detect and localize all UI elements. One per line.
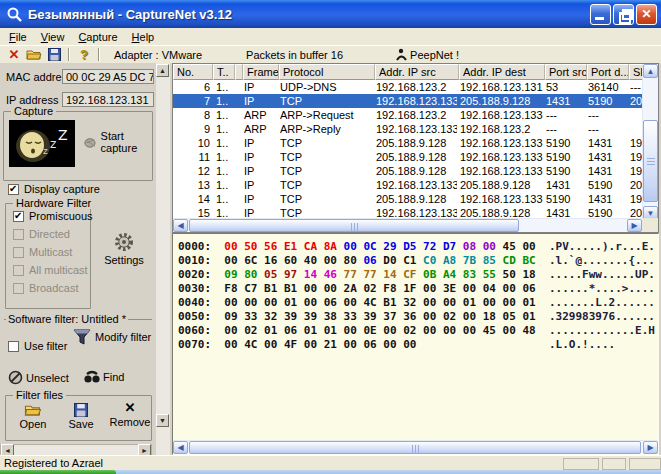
open-capture-button[interactable] (25, 47, 43, 62)
vscroll-thumb[interactable] (643, 120, 658, 202)
scroll-left-icon[interactable]: ◀ (173, 219, 188, 232)
status-pane (629, 458, 661, 470)
packet-row-6[interactable]: 61..IPUDP->DNS192.168.123.2192.168.123.1… (173, 80, 642, 94)
about-button[interactable]: ? (75, 47, 93, 62)
scroll-down-icon[interactable]: ▼ (156, 414, 169, 427)
hex-byte: 02 (363, 282, 376, 295)
save-label: Save (68, 418, 93, 430)
filter-save-button[interactable]: Save (64, 403, 98, 430)
peepnet-button[interactable]: PeepNet ! (395, 48, 459, 61)
hex-byte: 2A (344, 282, 357, 295)
packet-row-12[interactable]: 121..IPTCP205.188.9.128192.168.123.13351… (173, 164, 642, 178)
packet-row-8[interactable]: 81..ARPARP->Request192.168.123.2192.168.… (173, 108, 642, 122)
column-header-t-[interactable]: T.. (213, 64, 235, 80)
start-capture-button[interactable]: Start capture (84, 130, 154, 154)
restore-button[interactable] (613, 4, 634, 25)
cell-frame: IP (241, 150, 277, 164)
cell-seq: 195 (627, 136, 642, 150)
hex-byte: 00 (403, 338, 416, 351)
modify-filter-button[interactable]: Modify filter (72, 327, 152, 347)
hex-byte: 00 (304, 282, 317, 295)
hex-byte: 77 (363, 268, 376, 281)
packet-row-13[interactable]: 131..IPTCP192.168.123.133205.188.9.12814… (173, 178, 642, 192)
menu-bar: FileViewCaptureHelp (0, 28, 661, 46)
cell-seq (627, 108, 642, 122)
menu-view[interactable]: View (34, 29, 72, 45)
status-bar: Registered to Azrael (0, 455, 661, 470)
hex-byte: B1 (383, 296, 396, 309)
find-button[interactable]: Find (84, 370, 124, 384)
hex-offset: 0040: (178, 296, 224, 309)
menu-capture[interactable]: Capture (71, 29, 124, 45)
cell-frame: IP (241, 178, 277, 192)
cell-seq: 200 (627, 94, 642, 108)
hw-filter-promiscuous[interactable]: Promiscuous (13, 210, 90, 222)
scroll-right-icon[interactable]: ▶ (643, 441, 658, 454)
settings-button[interactable]: Settings (100, 231, 148, 266)
remove-label: Remove (110, 416, 151, 428)
cell-psrc: 5190 (543, 136, 585, 150)
hex-byte: 01 (522, 310, 535, 323)
packet-row-14[interactable]: 141..IPTCP205.188.9.128192.168.123.13351… (173, 192, 642, 206)
packet-row-10[interactable]: 101..IPTCP205.188.9.128192.168.123.13351… (173, 136, 642, 150)
filter-open-button[interactable]: Open (16, 403, 50, 430)
column-header-port-src[interactable]: Port src (545, 64, 587, 80)
toolbar-separator (98, 48, 100, 61)
hex-byte: 00 (224, 240, 237, 253)
column-header-seq[interactable]: SEQ (629, 64, 642, 80)
save-capture-button[interactable] (45, 47, 63, 62)
checkbox-icon (13, 283, 24, 294)
display-capture-checkbox[interactable]: Display capture (8, 183, 100, 195)
minimize-button[interactable] (590, 4, 611, 25)
packet-list: No.T..FrameProtocolAddr. IP srcAddr. IP … (172, 63, 659, 233)
hex-byte: 00 (264, 296, 277, 309)
cell-time: 1.. (213, 178, 235, 192)
column-header-addr-ip-dest[interactable]: Addr. IP dest (459, 64, 545, 80)
hex-byte: 00 (423, 296, 436, 309)
hex-byte: 00 (304, 338, 317, 351)
scroll-up-icon[interactable]: ▲ (156, 64, 169, 77)
adapter-label: Adapter : VMware (114, 49, 202, 61)
hex-byte: 32 (264, 310, 277, 323)
use-filter-checkbox[interactable]: Use filter (8, 340, 67, 352)
hex-ascii: .l.`@.......{... (542, 254, 655, 267)
filter-remove-button[interactable]: ✕ Remove (110, 401, 150, 428)
column-header-frame[interactable]: Frame (243, 64, 279, 80)
column-header-blank[interactable] (235, 64, 243, 80)
hex-byte: 4C (363, 296, 376, 309)
scroll-left-icon[interactable]: ◀ (173, 441, 188, 454)
cell-frame: IP (241, 80, 277, 94)
cell-psrc: 1431 (543, 94, 585, 108)
hex-byte: 50 (503, 268, 516, 281)
floppy-save-icon (48, 48, 61, 61)
scroll-right-icon[interactable]: ▶ (627, 219, 642, 232)
column-header-addr-ip-src[interactable]: Addr. IP src (375, 64, 459, 80)
hscroll-thumb[interactable] (189, 441, 641, 454)
packet-list-vscrollbar[interactable]: ▲ ▼ (642, 64, 658, 220)
cell-seq: 195 (627, 150, 642, 164)
hex-byte: 00 (244, 296, 257, 309)
delete-button[interactable]: ✕ (5, 47, 23, 62)
packet-row-7[interactable]: 71..IPTCP192.168.123.133205.188.9.128143… (173, 94, 642, 108)
window-title: Безымянный - CaptureNet v3.12 (28, 7, 232, 22)
unselect-button[interactable]: Unselect (8, 370, 69, 385)
hex-hscrollbar[interactable]: ◀ ▶ (173, 440, 658, 454)
packet-list-hscrollbar[interactable]: ◀ ▶ (173, 218, 642, 232)
hex-byte: 45 (503, 240, 516, 253)
cell-protocol: TCP (277, 164, 373, 178)
packet-row-9[interactable]: 91..ARPARP->Reply192.168.123.133192.168.… (173, 122, 642, 136)
hex-byte: 00 (383, 338, 396, 351)
scroll-up-icon[interactable]: ▲ (643, 64, 658, 78)
hex-ascii: .....Fww.....UP. (542, 268, 655, 281)
menu-help[interactable]: Help (125, 29, 162, 45)
packet-row-11[interactable]: 111..IPTCP205.188.9.128192.168.123.13351… (173, 150, 642, 164)
peepnet-label: PeepNet ! (410, 49, 459, 61)
column-header-port-d-[interactable]: Port d... (587, 64, 629, 80)
status-pane (563, 458, 599, 470)
column-header-protocol[interactable]: Protocol (279, 64, 375, 80)
left-panel-vscrollbar[interactable] (156, 63, 170, 457)
column-header-no-[interactable]: No. (173, 64, 213, 80)
close-button[interactable] (636, 4, 657, 25)
hscroll-thumb[interactable] (189, 219, 519, 232)
menu-file[interactable]: File (2, 29, 34, 45)
